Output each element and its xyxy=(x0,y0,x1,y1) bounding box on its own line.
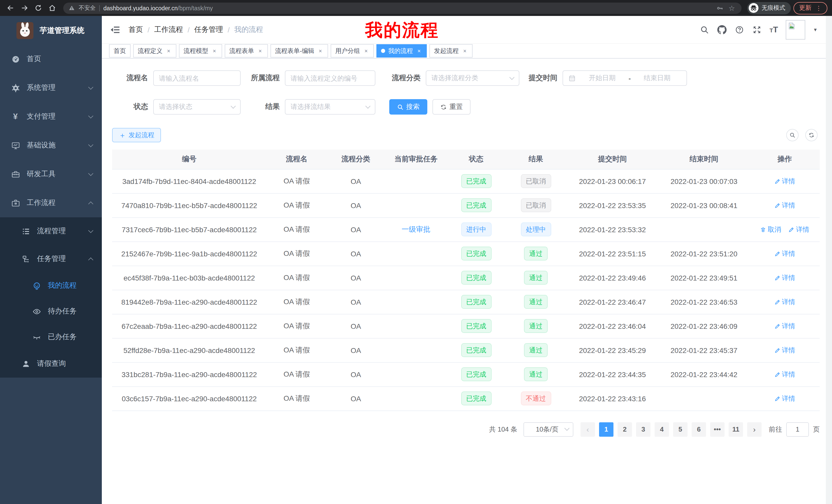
avatar[interactable] xyxy=(786,20,805,39)
table-refresh-button[interactable] xyxy=(805,129,817,141)
process-name-input[interactable] xyxy=(153,71,241,86)
sidebar-item-payment[interactable]: ¥支付管理 xyxy=(0,102,102,131)
action-detail-link[interactable]: 详情 xyxy=(774,201,795,210)
end-time-cell: 2022-01-23 00:08:41 xyxy=(658,193,750,217)
goto-page-input[interactable] xyxy=(786,422,809,437)
pagination-page-6[interactable]: 6 xyxy=(692,422,706,437)
font-size-icon[interactable]: TT xyxy=(770,25,778,34)
close-icon[interactable]: × xyxy=(416,48,422,54)
github-icon[interactable] xyxy=(717,25,727,34)
tab-process-model[interactable]: 流程模型× xyxy=(179,44,222,58)
hamburger-fold-icon[interactable] xyxy=(110,24,120,35)
page-scrollbar[interactable] xyxy=(826,16,832,504)
back-icon[interactable] xyxy=(5,2,16,13)
fullscreen-icon[interactable] xyxy=(752,25,762,34)
dashboard-icon xyxy=(11,55,20,63)
sidebar-item-workflow[interactable]: 工作流程 xyxy=(0,189,102,217)
close-icon[interactable]: × xyxy=(257,48,263,54)
pagination-prev-button[interactable]: ‹ xyxy=(580,422,595,437)
sidebar-item-my-process[interactable]: 我的流程 xyxy=(0,273,102,299)
pagination-page-3[interactable]: 3 xyxy=(636,422,650,437)
tab-start-process[interactable]: 发起流程× xyxy=(430,44,473,58)
current-task-cell xyxy=(385,386,447,411)
action-detail-link[interactable]: 详情 xyxy=(774,394,795,403)
pagination-page-11[interactable]: 11 xyxy=(729,422,743,437)
tab-user-group[interactable]: 用户分组× xyxy=(331,44,374,58)
breadcrumb-item[interactable]: 首页 xyxy=(129,25,143,34)
url-bar[interactable]: 不安全 dashboard.yudao.iocoder.cn/bpm/task/… xyxy=(63,2,742,13)
browser-menu-button[interactable]: 更新 ⋮ xyxy=(794,2,827,14)
sidebar-menu: 首页系统管理¥支付管理基础设施研发工具工作流程流程管理任务管理我的流程待办任务已… xyxy=(0,45,102,377)
submit-time-cell: 2022-01-23 00:06:17 xyxy=(567,169,658,193)
forward-icon[interactable] xyxy=(19,2,30,13)
pagination-page-1[interactable]: 1 xyxy=(599,422,614,437)
tab-process-definition[interactable]: 流程定义× xyxy=(133,44,176,58)
action-cancel-link[interactable]: 取消 xyxy=(760,225,781,234)
tab-home[interactable]: 首页 xyxy=(109,44,131,58)
start-process-button[interactable]: ＋ 发起流程 xyxy=(112,128,161,142)
sidebar-item-infrastructure[interactable]: 基础设施 xyxy=(0,131,102,160)
process-category-select[interactable]: 请选择流程分类 xyxy=(426,71,519,86)
sidebar-item-process-management[interactable]: 流程管理 xyxy=(0,217,102,245)
caret-down-icon[interactable]: ▼ xyxy=(813,27,817,32)
search-icon[interactable] xyxy=(700,25,709,34)
close-icon[interactable]: × xyxy=(462,48,468,54)
process-name-cell: OA 请假 xyxy=(266,314,327,338)
current-task-link[interactable]: 一级审批 xyxy=(401,225,431,233)
column-header: 结束时间 xyxy=(658,149,750,169)
process-name-cell: OA 请假 xyxy=(266,362,327,386)
sidebar-item-done-tasks[interactable]: 已办任务 xyxy=(0,324,102,350)
close-icon[interactable]: × xyxy=(165,48,172,54)
actions-cell: 详情 xyxy=(750,338,820,362)
tab-my-process[interactable]: 我的流程× xyxy=(376,44,427,58)
pagination-page-5[interactable]: 5 xyxy=(673,422,687,437)
filter-label-result: 结果 xyxy=(241,102,285,111)
pagination-ellipsis[interactable]: ••• xyxy=(710,422,725,437)
sidebar-item-task-management[interactable]: 任务管理 xyxy=(0,245,102,273)
close-icon[interactable]: × xyxy=(363,48,369,54)
action-detail-link[interactable]: 详情 xyxy=(774,321,795,331)
result-select[interactable]: 请选择流结果 xyxy=(285,99,375,115)
reset-button[interactable]: 重置 xyxy=(433,99,470,115)
process-category-cell: OA xyxy=(327,193,385,217)
home-icon[interactable] xyxy=(46,2,58,13)
submit-time-range-picker[interactable]: 开始日期 - 结束日期 xyxy=(563,71,687,86)
help-question-icon[interactable] xyxy=(734,25,744,34)
password-key-icon[interactable] xyxy=(716,4,724,12)
page-size-select[interactable]: 10条/页 xyxy=(523,422,573,437)
search-button[interactable]: 搜索 xyxy=(389,99,427,115)
end-time-cell: 2022-01-22 23:46:53 xyxy=(658,290,750,314)
action-detail-link[interactable]: 详情 xyxy=(788,225,809,234)
tab-label: 发起流程 xyxy=(434,47,459,55)
sidebar-item-leave-query[interactable]: 请假查询 xyxy=(0,350,102,377)
close-icon[interactable]: × xyxy=(211,48,217,54)
actions-cell: 详情 xyxy=(750,265,820,290)
breadcrumb-item[interactable]: 工作流程 xyxy=(154,25,183,34)
action-detail-link[interactable]: 详情 xyxy=(774,176,795,186)
chevron-down-icon xyxy=(88,228,93,233)
tab-process-form[interactable]: 流程表单× xyxy=(225,44,268,58)
tab-process-form-edit[interactable]: 流程表单-编辑× xyxy=(270,44,328,58)
action-detail-link[interactable]: 详情 xyxy=(774,345,795,355)
bookmark-star-icon[interactable]: ☆ xyxy=(728,4,736,12)
sidebar-item-home[interactable]: 首页 xyxy=(0,45,102,74)
current-task-cell xyxy=(385,314,447,338)
action-detail-link[interactable]: 详情 xyxy=(774,273,795,282)
close-icon[interactable]: × xyxy=(317,48,323,54)
pagination-page-4[interactable]: 4 xyxy=(655,422,669,437)
breadcrumb-item[interactable]: 任务管理 xyxy=(194,25,223,34)
table-search-toggle-button[interactable] xyxy=(786,129,799,141)
app-logo-row[interactable]: 芋道管理系统 xyxy=(0,16,102,45)
process-definition-input[interactable] xyxy=(285,71,375,86)
status-select[interactable]: 请选择状态 xyxy=(153,99,241,115)
sidebar-item-dev-tools[interactable]: 研发工具 xyxy=(0,160,102,189)
action-detail-link[interactable]: 详情 xyxy=(774,370,795,379)
action-detail-link[interactable]: 详情 xyxy=(774,249,795,258)
result-cell: 已取消 xyxy=(505,169,567,193)
sidebar-item-system[interactable]: 系统管理 xyxy=(0,74,102,102)
sidebar-item-todo-tasks[interactable]: 待办任务 xyxy=(0,299,102,324)
pagination-page-2[interactable]: 2 xyxy=(618,422,632,437)
reload-icon[interactable] xyxy=(32,2,44,13)
action-detail-link[interactable]: 详情 xyxy=(774,297,795,306)
pagination-next-button[interactable]: › xyxy=(747,422,761,437)
